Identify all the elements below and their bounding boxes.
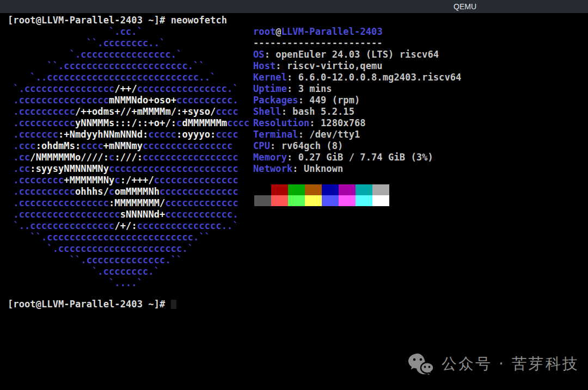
wechat-icon <box>407 352 434 375</box>
palette-swatch <box>356 184 372 195</box>
shell-prompt-line-2: [root@LLVM-Parallel-2403 ~]# <box>8 299 176 310</box>
palette-swatch <box>356 195 372 206</box>
palette-swatch <box>254 184 271 195</box>
palette-swatch <box>372 184 389 195</box>
palette-swatch <box>322 184 339 195</box>
color-palette-row-1 <box>254 184 389 195</box>
palette-swatch <box>372 195 389 206</box>
palette-swatch <box>305 184 322 195</box>
palette-swatch <box>305 195 322 206</box>
palette-swatch <box>271 195 288 206</box>
system-info-block: root@LLVM-Parallel-2403 ----------------… <box>253 26 461 175</box>
color-palette <box>254 184 389 206</box>
text-cursor <box>171 300 176 309</box>
palette-swatch <box>271 184 288 195</box>
palette-swatch <box>339 184 356 195</box>
shell-prompt-line: [root@LLVM-Parallel-2403 ~]# neowofetch <box>8 15 227 26</box>
qemu-titlebar[interactable]: QEMU <box>0 0 588 13</box>
palette-swatch <box>254 195 271 206</box>
palette-swatch <box>288 184 305 195</box>
watermark-text: 公众号 · 苦芽科技 <box>442 354 579 374</box>
palette-swatch <box>288 195 305 206</box>
qemu-window: QEMU [root@LLVM-Parallel-2403 ~]# neowof… <box>0 0 588 390</box>
color-palette-row-2 <box>254 195 389 206</box>
window-title: QEMU <box>454 2 476 11</box>
palette-swatch <box>322 195 339 206</box>
ascii-art-logo: `.cc.` ``.cccccccc..` `.cccccccccccccccc… <box>8 26 249 289</box>
watermark: 公众号 · 苦芽科技 <box>407 352 579 375</box>
palette-swatch <box>339 195 356 206</box>
